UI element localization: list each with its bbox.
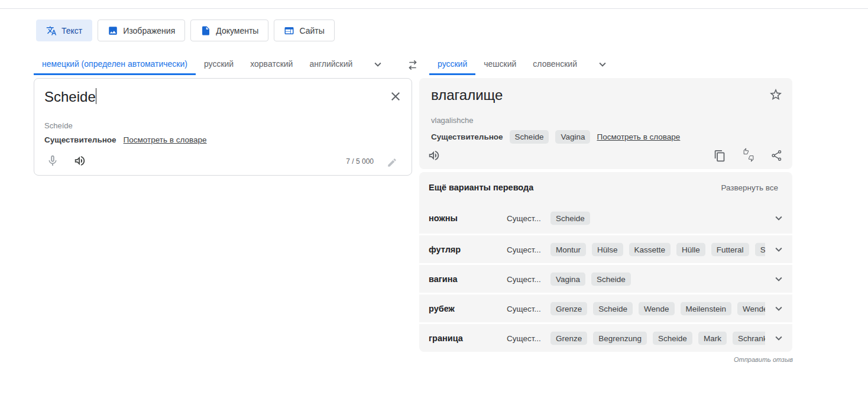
variant-part-of-speech: Сущест... — [507, 274, 541, 283]
tab-images-label: Изображения — [123, 26, 175, 35]
source-dictionary-link[interactable]: Посмотреть в словаре — [124, 135, 207, 144]
translation-chip[interactable]: Vagina — [550, 272, 585, 286]
chevron-down-icon[interactable] — [596, 58, 609, 71]
target-lang-slovenian-label: словенский — [533, 59, 577, 69]
speaker-icon[interactable] — [73, 154, 86, 167]
translation-chip[interactable]: Scheide — [510, 130, 549, 144]
chevron-down-icon[interactable] — [772, 332, 785, 345]
chevron-down-icon[interactable] — [371, 58, 384, 71]
swap-languages-button[interactable] — [406, 58, 420, 72]
translation-variant-row[interactable]: вагинаСущест...VaginaScheide — [419, 265, 792, 293]
expand-all-button[interactable]: Развернуть все — [721, 183, 778, 192]
mic-icon[interactable] — [46, 154, 59, 167]
more-translations-title: Ещё варианты перевода — [429, 183, 533, 192]
translation-chip[interactable]: Vagina — [555, 130, 590, 144]
text-cursor — [96, 88, 97, 104]
swap-languages-icon — [406, 58, 420, 72]
translation-pos-label: Существительное — [431, 132, 503, 141]
variant-word: ножны — [429, 213, 458, 223]
translation-chip[interactable]: Hülse — [592, 242, 623, 256]
speaker-icon[interactable] — [427, 149, 441, 162]
document-icon — [200, 25, 211, 36]
tab-images[interactable]: Изображения — [98, 20, 185, 41]
top-divider — [0, 8, 868, 9]
send-feedback-link[interactable]: Отправить отзыв — [734, 356, 793, 363]
source-language-bar: немецкий (определен автоматически) русск… — [34, 54, 384, 75]
translation-chip[interactable]: Montur — [550, 242, 586, 256]
target-lang-czech[interactable]: чешский — [475, 54, 524, 75]
more-translations-rows: ножныСущест...ScheideфутлярСущест...Mont… — [419, 203, 792, 352]
more-translations-header: Ещё варианты перевода Развернуть все — [419, 172, 792, 203]
translation-chip[interactable]: Futteral — [711, 242, 749, 256]
source-lang-english[interactable]: английский — [301, 54, 361, 75]
character-counter: 7 / 5 000 — [346, 157, 374, 166]
tab-websites[interactable]: Сайты — [274, 20, 334, 41]
variant-word: граница — [429, 334, 463, 343]
variant-part-of-speech: Сущест... — [507, 245, 541, 254]
source-text-input[interactable]: Scheide — [44, 88, 96, 105]
translation-chip[interactable]: Kassette — [629, 242, 671, 256]
variant-chips: VaginaScheide — [550, 272, 765, 286]
source-lang-croatian[interactable]: хорватский — [242, 54, 301, 75]
translation-chip[interactable]: Schranke — [733, 331, 765, 345]
target-lang-slovenian[interactable]: словенский — [524, 54, 585, 75]
translation-variant-row[interactable]: футлярСущест...MonturHülseKassetteHülleF… — [419, 235, 792, 263]
translation-variant-row[interactable]: рубежСущест...GrenzeScheideWendeMeilenst… — [419, 294, 792, 322]
variant-word: рубеж — [429, 304, 455, 313]
tab-text[interactable]: Текст — [36, 20, 92, 41]
translation-variant-row[interactable]: ножныСущест...Scheide — [419, 203, 792, 234]
chevron-down-icon[interactable] — [772, 243, 785, 256]
variant-chips: GrenzeScheideWendeMeilensteinWendepunkt — [550, 302, 765, 315]
chevron-down-icon[interactable] — [772, 273, 785, 286]
rate-translation-icon[interactable] — [741, 148, 756, 162]
translation-dictionary-link[interactable]: Посмотреть в словаре — [597, 132, 680, 141]
google-translate-page: Текст Изображения Документы Сайты немецк… — [0, 0, 868, 395]
source-text-panel: Scheide Scheíde Существительное Посмотре… — [34, 78, 412, 176]
translation-chip[interactable]: Hülle — [676, 242, 705, 256]
translation-chip[interactable]: Wende — [639, 302, 675, 315]
target-lang-russian[interactable]: русский — [429, 54, 475, 75]
source-lang-detected[interactable]: немецкий (определен автоматически) — [34, 54, 196, 75]
translation-chip[interactable]: Scheide — [593, 302, 633, 315]
view-mode-toolbar: Текст Изображения Документы Сайты — [36, 20, 335, 41]
tab-documents[interactable]: Документы — [190, 20, 268, 41]
translation-chip[interactable]: Meilenstein — [681, 302, 731, 315]
more-translations-section: Ещё варианты перевода Развернуть все нож… — [419, 172, 792, 352]
target-lang-czech-label: чешский — [484, 59, 516, 69]
star-icon[interactable] — [769, 88, 783, 102]
web-icon — [284, 25, 294, 36]
translation-chip[interactable]: Grenze — [550, 331, 587, 345]
translation-chip[interactable]: Scheide — [591, 272, 631, 286]
translation-chip[interactable]: Begrenzung — [593, 331, 647, 345]
chevron-down-icon[interactable] — [772, 302, 785, 315]
close-icon[interactable] — [388, 89, 403, 103]
translation-chip[interactable]: Scheide — [550, 212, 590, 225]
tab-websites-label: Сайты — [299, 26, 324, 35]
translation-variant-row[interactable]: границаСущест...GrenzeBegrenzungScheideM… — [419, 324, 792, 352]
translation-panel: влагалище vlagalishche Существительное S… — [419, 78, 792, 169]
share-icon[interactable] — [770, 149, 783, 162]
translate-icon — [46, 25, 57, 36]
target-language-bar: русский чешский словенский — [429, 54, 609, 75]
copy-icon[interactable] — [714, 150, 726, 162]
chevron-down-icon[interactable] — [772, 212, 785, 225]
translated-text: влагалище — [431, 87, 503, 103]
source-pos-row: Существительное Посмотреть в словаре — [44, 135, 207, 144]
tab-documents-label: Документы — [216, 26, 258, 35]
source-lang-english-label: английский — [309, 59, 352, 69]
variant-chips: Scheide — [550, 212, 765, 225]
source-pos-label: Существительное — [44, 135, 116, 144]
translation-chip[interactable]: Scheide — [653, 331, 692, 345]
target-lang-russian-label: русский — [438, 59, 467, 69]
image-icon — [108, 25, 118, 36]
source-lang-russian[interactable]: русский — [196, 54, 242, 75]
variant-word: футляр — [429, 245, 461, 254]
source-lang-russian-label: русский — [204, 59, 234, 69]
translation-chip[interactable]: Mark — [698, 331, 727, 345]
tab-text-label: Текст — [61, 26, 82, 35]
translation-chip[interactable]: Grenze — [550, 302, 587, 315]
translation-chip[interactable]: Wendepunkt — [737, 302, 765, 315]
variant-chips: MonturHülseKassetteHülleFutteralScheide — [550, 242, 765, 256]
translation-chip[interactable]: Scheide — [755, 242, 765, 256]
edit-icon[interactable] — [387, 157, 397, 168]
